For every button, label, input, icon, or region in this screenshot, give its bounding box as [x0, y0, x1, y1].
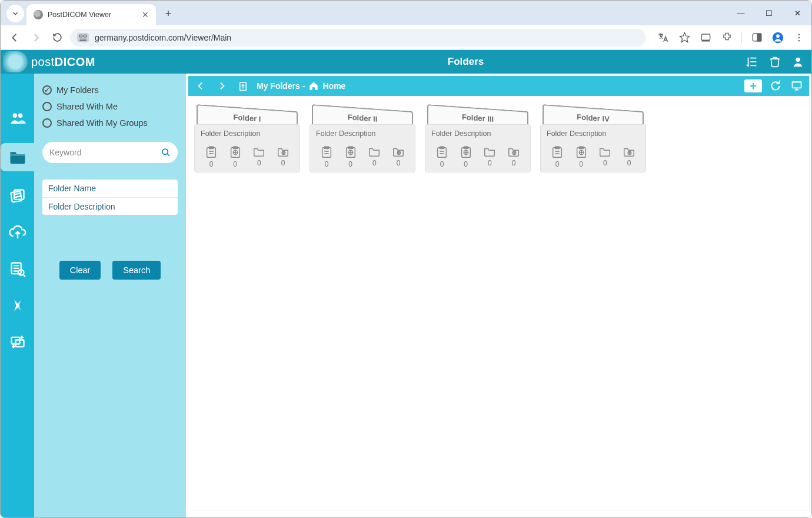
- folder-card[interactable]: Folder IVFolder Description0000: [540, 105, 646, 172]
- folder-description: Folder Description: [316, 130, 409, 138]
- new-folder-button[interactable]: [744, 79, 762, 92]
- profile-icon[interactable]: [771, 31, 784, 44]
- stat-value: 0: [488, 159, 492, 167]
- stat-value: 0: [627, 159, 631, 167]
- subfolders-icon: [368, 146, 381, 158]
- folder-stat: 0: [272, 146, 294, 168]
- tab-close-icon[interactable]: ✕: [142, 10, 149, 19]
- shared-patients-icon: [460, 146, 472, 159]
- browser-tab[interactable]: PostDICOM Viewer ✕: [26, 4, 156, 25]
- user-icon[interactable]: [791, 55, 804, 68]
- app-header: postDICOM Folders: [1, 50, 811, 74]
- window-close-button[interactable]: ✕: [783, 1, 811, 25]
- refresh-button[interactable]: [768, 78, 783, 94]
- extensions-icon[interactable]: [720, 31, 733, 44]
- stat-value: 0: [579, 160, 583, 168]
- svg-point-11: [776, 34, 780, 38]
- browser-window: PostDICOM Viewer ✕ + — ☐ ✕ germany.postd…: [0, 0, 812, 518]
- folder-stat: 0: [431, 146, 452, 168]
- stat-value: 0: [372, 159, 377, 167]
- search-button[interactable]: Search: [112, 261, 161, 280]
- stat-value: 0: [512, 159, 516, 167]
- folder-tab: Folder II: [312, 105, 413, 125]
- folder-tab: Folder IV: [543, 105, 644, 125]
- folder-stat: 0: [571, 146, 592, 168]
- svg-rect-5: [701, 34, 710, 40]
- scope-radio-1[interactable]: Shared With Me: [42, 102, 178, 111]
- folder-card[interactable]: Folder IIIFolder Description0000: [425, 105, 531, 172]
- folder-stat: 0: [547, 146, 568, 168]
- folder-stat: 0: [503, 146, 524, 168]
- local-patients-icon: [435, 146, 448, 159]
- folder-stat: 0: [364, 146, 385, 168]
- svg-line-35: [167, 154, 169, 156]
- folder-stat: 0: [455, 146, 477, 168]
- folder-description-input[interactable]: Folder Description: [42, 197, 178, 215]
- back-button[interactable]: [6, 29, 23, 46]
- nav-sync[interactable]: [6, 330, 29, 354]
- stat-value: 0: [440, 160, 444, 168]
- trash-icon[interactable]: [769, 55, 781, 68]
- url-text: germany.postdicom.com/Viewer/Main: [95, 33, 231, 42]
- subfolders-icon: [483, 146, 496, 158]
- nav-folders[interactable]: [1, 143, 35, 171]
- shared-patients-icon: [575, 146, 588, 159]
- tab-title: PostDICOM Viewer: [48, 11, 137, 19]
- site-info-icon[interactable]: [77, 33, 89, 42]
- svg-point-13: [798, 36, 800, 38]
- scope-radio-2[interactable]: Shared With My Groups: [42, 118, 178, 128]
- radio-icon: [42, 102, 52, 111]
- svg-line-31: [23, 274, 25, 277]
- reload-button[interactable]: [49, 29, 65, 46]
- nav-up-button[interactable]: [235, 78, 251, 94]
- folder-tab: Folder III: [427, 105, 528, 125]
- address-bar[interactable]: germany.postdicom.com/Viewer/Main: [70, 29, 646, 47]
- browser-menu-icon[interactable]: [793, 31, 806, 44]
- nav-back-button[interactable]: [193, 78, 208, 94]
- nav-forward-button[interactable]: [214, 78, 229, 94]
- sidepanel-icon[interactable]: [750, 31, 763, 44]
- nav-worklist[interactable]: [6, 257, 29, 281]
- keyword-input[interactable]: Keyword: [42, 142, 178, 163]
- bookmark-star-icon[interactable]: [678, 31, 691, 44]
- svg-point-20: [18, 114, 22, 118]
- folder-card[interactable]: Folder IIFolder Description0000: [310, 105, 415, 172]
- svg-point-19: [12, 114, 16, 118]
- window-minimize-button[interactable]: —: [727, 1, 755, 25]
- stat-value: 0: [397, 159, 401, 167]
- folder-stat: 0: [316, 146, 337, 168]
- clear-button[interactable]: Clear: [59, 261, 101, 280]
- translate-icon[interactable]: [657, 31, 670, 44]
- screen-icon[interactable]: [699, 31, 712, 44]
- forward-button[interactable]: [28, 29, 44, 46]
- folder-description: Folder Description: [547, 130, 640, 138]
- nav-studies[interactable]: [6, 184, 29, 208]
- stat-value: 0: [209, 160, 214, 168]
- svg-point-18: [796, 58, 800, 62]
- nav-rail: [1, 74, 34, 517]
- breadcrumb[interactable]: My Folders - Home: [257, 81, 345, 91]
- window-maximize-button[interactable]: ☐: [755, 1, 783, 25]
- stat-value: 0: [257, 159, 261, 167]
- stat-value: 0: [464, 160, 468, 168]
- stat-value: 0: [348, 160, 352, 168]
- stat-value: 0: [555, 160, 560, 168]
- new-tab-button[interactable]: +: [159, 5, 177, 22]
- presentation-icon[interactable]: [789, 78, 804, 94]
- nav-users[interactable]: [6, 107, 29, 130]
- nav-exchange[interactable]: [6, 294, 29, 317]
- shared-subfolders-icon: [623, 146, 635, 158]
- sort-icon[interactable]: [746, 55, 758, 68]
- app-root: postDICOM Folders: [1, 50, 811, 517]
- brand-logo-icon: [3, 51, 28, 72]
- folder-stat: 0: [388, 146, 409, 168]
- stat-value: 0: [603, 159, 607, 167]
- shared-patients-icon: [344, 146, 357, 159]
- nav-upload[interactable]: [6, 221, 29, 244]
- svg-point-14: [798, 39, 800, 41]
- folder-tab: Folder I: [197, 105, 298, 125]
- folder-card[interactable]: Folder IFolder Description0000: [194, 105, 300, 172]
- tab-search-button[interactable]: [6, 5, 24, 22]
- folder-name-input[interactable]: Folder Name: [42, 180, 178, 197]
- scope-radio-0[interactable]: My Folders: [42, 85, 178, 95]
